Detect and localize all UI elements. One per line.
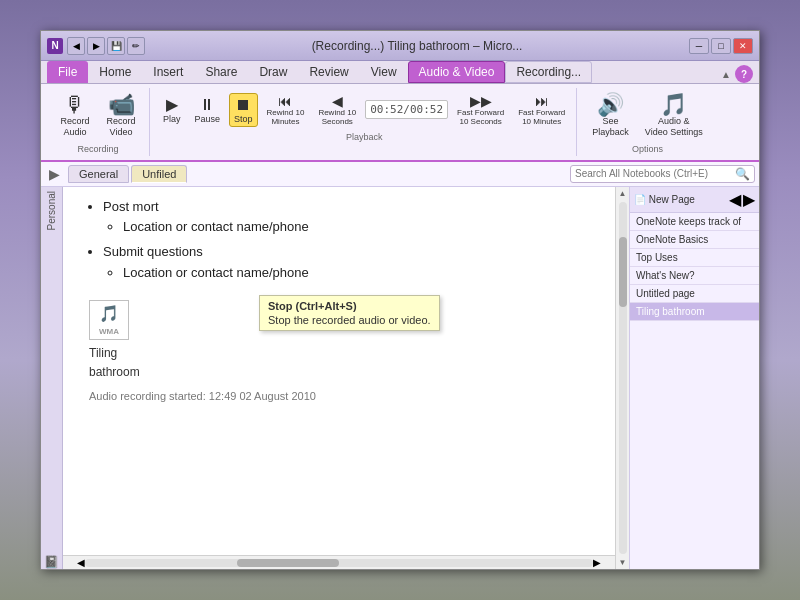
ff-10sec-button[interactable]: ▶▶ Fast Forward10 Seconds — [452, 90, 509, 130]
collapse-ribbon[interactable]: ▲ — [717, 66, 735, 83]
sidebar-personal-icon[interactable]: Personal — [46, 191, 57, 230]
audio-timestamp: Audio recording started: 12:49 02 August… — [89, 388, 316, 406]
right-panel-nav: ◀ ▶ — [729, 190, 755, 209]
right-panel-back[interactable]: ◀ — [729, 190, 741, 209]
search-input[interactable] — [575, 168, 735, 179]
main-window: N ◀ ▶ 💾 ✏ (Recording...) Tiling bathroom… — [40, 30, 760, 570]
rewind-10min-button[interactable]: ⏮ Rewind 10Minutes — [262, 90, 310, 130]
h-scrollbar-track[interactable] — [85, 559, 593, 567]
audio-video-settings-icon: 🎵 — [660, 94, 687, 116]
page-item-onenote-tracks[interactable]: OneNote keeps track of — [630, 213, 759, 231]
tab-home[interactable]: Home — [88, 61, 142, 83]
right-panel-forward[interactable]: ▶ — [743, 190, 755, 209]
tooltip-title: Stop (Ctrl+Alt+S) — [268, 300, 431, 312]
stop-label: Stop — [234, 114, 253, 124]
ff-10sec-icon: ▶▶ — [470, 93, 492, 109]
options-group-label: Options — [632, 144, 663, 154]
rewind-10sec-label: Rewind 10Seconds — [318, 109, 356, 127]
ff-10min-label: Fast Forward10 Minutes — [518, 109, 565, 127]
tooltip-container: Stop (Ctrl+Alt+S) Stop the recorded audi… — [259, 295, 440, 331]
recording-group-label: Recording — [77, 144, 118, 154]
search-icon[interactable]: 🔍 — [735, 167, 750, 181]
record-audio-button[interactable]: 🎙 RecordAudio — [53, 90, 97, 142]
forward-button[interactable]: ▶ — [87, 37, 105, 55]
ff-10min-icon: ⏭ — [535, 93, 549, 109]
pause-label: Pause — [195, 114, 221, 124]
page-item-top-uses[interactable]: Top Uses — [630, 249, 759, 267]
playback-timer: 00:52/00:52 — [365, 100, 448, 119]
bullet-submit: Submit questions Location or contact nam… — [103, 242, 595, 284]
stop-icon: ⏹ — [235, 96, 251, 114]
new-page-label: New Page — [649, 194, 695, 205]
tab-general[interactable]: General — [68, 165, 129, 183]
pause-icon: ⏸ — [199, 96, 215, 114]
tab-recording[interactable]: Recording... — [505, 61, 592, 83]
title-bar: N ◀ ▶ 💾 ✏ (Recording...) Tiling bathroom… — [41, 31, 759, 61]
page-item-tiling-bathroom[interactable]: Tiling bathroom — [630, 303, 759, 321]
h-scrollbar-thumb[interactable] — [237, 559, 339, 567]
record-video-icon: 📹 — [108, 94, 135, 116]
horizontal-scrollbar[interactable]: ◀ ▶ — [63, 555, 615, 569]
tooltip: Stop (Ctrl+Alt+S) Stop the recorded audi… — [259, 295, 440, 331]
stop-button[interactable]: ⏹ Stop — [229, 93, 258, 127]
bullet-location1: Location or contact name/phone — [123, 217, 595, 238]
tab-draw[interactable]: Draw — [248, 61, 298, 83]
minimize-button[interactable]: ─ — [689, 38, 709, 54]
scroll-up-button[interactable]: ▲ — [617, 187, 629, 200]
search-box[interactable]: 🔍 — [570, 165, 755, 183]
nav-expand[interactable]: ▶ — [45, 164, 64, 184]
sidebar-personal: Personal 📓 — [41, 187, 63, 569]
page-item-onenote-basics[interactable]: OneNote Basics — [630, 231, 759, 249]
menu-tab-bar: File Home Insert Share Draw Review View … — [41, 61, 759, 84]
see-playback-label: SeePlayback — [592, 116, 629, 138]
ff-10min-button[interactable]: ⏭ Fast Forward10 Minutes — [513, 90, 570, 130]
title-controls-left: ◀ ▶ 💾 ✏ — [67, 37, 145, 55]
help-button[interactable]: ? — [735, 65, 753, 83]
tooltip-description: Stop the recorded audio or video. — [268, 314, 431, 326]
audio-video-settings-button[interactable]: 🎵 Audio &Video Settings — [638, 90, 710, 142]
play-button[interactable]: ▶ Play — [158, 92, 186, 127]
vertical-scrollbar[interactable]: ▲ ▼ — [615, 187, 629, 569]
audio-file-icon[interactable]: 🎵 WMA — [89, 300, 129, 340]
see-playback-icon: 🔊 — [597, 94, 624, 116]
record-video-button[interactable]: 📹 RecordVideo — [99, 90, 143, 142]
scroll-down-button[interactable]: ▼ — [617, 556, 629, 569]
see-playback-button[interactable]: 🔊 SeePlayback — [585, 90, 636, 142]
tab-view[interactable]: View — [360, 61, 408, 83]
back-button[interactable]: ◀ — [67, 37, 85, 55]
main-area: Personal 📓 Post mort Location or contact… — [41, 187, 759, 569]
close-button[interactable]: ✕ — [733, 38, 753, 54]
tab-insert[interactable]: Insert — [142, 61, 194, 83]
record-audio-label: RecordAudio — [60, 116, 89, 138]
maximize-button[interactable]: □ — [711, 38, 731, 54]
tab-audio-video[interactable]: Audio & Video — [408, 61, 506, 83]
record-video-label: RecordVideo — [106, 116, 135, 138]
ribbon-group-playback: ▶ Play ⏸ Pause ⏹ Stop ⏮ Rewind 10Minutes — [152, 88, 577, 156]
audio-video-settings-label: Audio &Video Settings — [645, 116, 703, 138]
tab-file[interactable]: File — [47, 61, 88, 83]
ff-10sec-label: Fast Forward10 Seconds — [457, 109, 504, 127]
tab-share[interactable]: Share — [194, 61, 248, 83]
rewind-10min-icon: ⏮ — [278, 93, 292, 109]
page-item-whats-new[interactable]: What's New? — [630, 267, 759, 285]
tab-review[interactable]: Review — [298, 61, 359, 83]
new-page-icon: 📄 — [634, 194, 646, 205]
save-button[interactable]: 💾 — [107, 37, 125, 55]
tab-unfiled[interactable]: Unfiled — [131, 165, 187, 183]
bullet-location2: Location or contact name/phone — [123, 263, 595, 284]
page-item-untitled[interactable]: Untitled page — [630, 285, 759, 303]
right-panel: 📄 New Page ◀ ▶ OneNote keeps track of On… — [629, 187, 759, 569]
ribbon-group-recording: 🎙 RecordAudio 📹 RecordVideo Recording — [47, 88, 150, 156]
audio-file-label: Tilingbathroom — [89, 344, 140, 382]
edit-button[interactable]: ✏ — [127, 37, 145, 55]
rewind-10sec-button[interactable]: ◀ Rewind 10Seconds — [313, 90, 361, 130]
new-page-button[interactable]: 📄 New Page — [634, 194, 695, 205]
scroll-left-button[interactable]: ◀ — [77, 557, 85, 568]
v-scrollbar-track[interactable] — [619, 202, 627, 554]
play-label: Play — [163, 114, 181, 124]
scroll-right-button[interactable]: ▶ — [593, 557, 601, 568]
bullet-postmort: Post mort Location or contact name/phone — [103, 197, 595, 239]
sidebar-notebook-icon[interactable]: 📓 — [44, 555, 59, 569]
v-scrollbar-thumb[interactable] — [619, 237, 627, 307]
pause-button[interactable]: ⏸ Pause — [190, 93, 226, 127]
